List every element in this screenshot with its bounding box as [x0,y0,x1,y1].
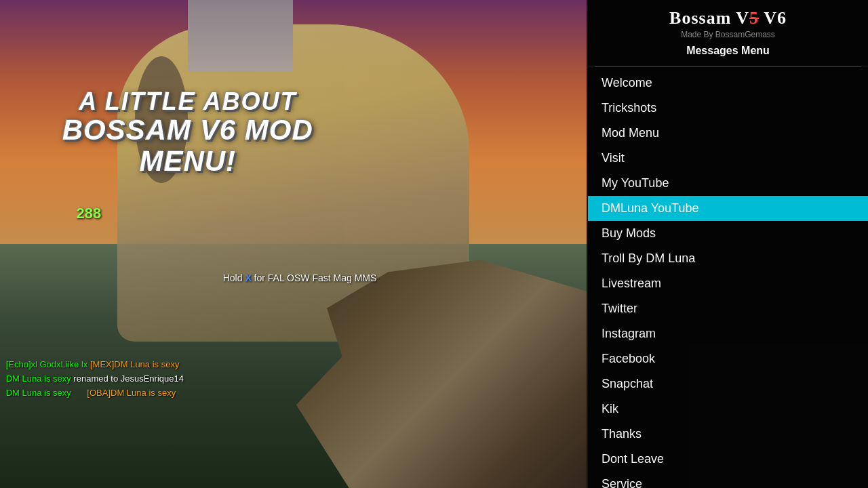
menu-item-visit[interactable]: Visit [588,146,868,171]
menu-subtitle: Made By BossamGemass [598,30,858,39]
title-bossam: Bossam V [669,8,749,28]
menu-item-dont-leave[interactable]: Dont Leave [588,447,868,472]
overlay-line1: A LITTLE ABOUT [18,88,358,115]
menu-item-twitter[interactable]: Twitter [588,296,868,321]
game-overlay-text: A LITTLE ABOUT BOSSAM V6 MOD MENU! [18,88,358,178]
menu-panel[interactable]: Bossam V5 V6 Made By BossamGemass Messag… [587,0,868,488]
overlay-line2: BOSSAM V6 MOD MENU! [18,115,358,177]
menu-item-mod-menu[interactable]: Mod Menu [588,121,868,146]
menu-item-buy-mods[interactable]: Buy Mods [588,221,868,246]
title-v6: V6 [759,8,787,28]
game-background: A LITTLE ABOUT BOSSAM V6 MOD MENU! 288 H… [0,0,587,488]
title-version: 5 [749,8,759,28]
menu-item-service[interactable]: Service [588,472,868,488]
chat-area: [Echo]xl GodxLiike lx [MEX]DM Luna is se… [6,358,184,400]
menu-item-facebook[interactable]: Facebook [588,346,868,371]
hud-hint: Hold X for FAL OSW Fast Mag MMS [223,272,377,283]
menu-item-snapchat[interactable]: Snapchat [588,371,868,396]
menu-item-kik[interactable]: Kik [588,396,868,422]
key-x: X [245,272,251,283]
menu-title: Bossam V5 V6 [598,8,858,28]
menu-item-my-youtube[interactable]: My YouTube [588,171,868,196]
hud-hint-text: for FAL OSW Fast Mag MMS [254,272,377,283]
weapon-area [264,220,587,488]
chat-line-1: [Echo]xl GodxLiike lx [MEX]DM Luna is se… [6,358,184,372]
menu-item-welcome[interactable]: Welcome [588,70,868,96]
menu-item-trickshots[interactable]: Trickshots [588,96,868,121]
score-display: 288 [76,205,101,222]
menu-section-title: Messages Menu [598,45,858,57]
menu-item-dmluna-youtube[interactable]: DMLuna YouTube [588,196,868,221]
menu-header: Bossam V5 V6 Made By BossamGemass Messag… [588,0,868,66]
menu-item-livestream[interactable]: Livestream [588,271,868,296]
menu-items-list: WelcomeTrickshotsMod MenuVisitMy YouTube… [588,67,868,488]
menu-item-instagram[interactable]: Instagram [588,321,868,346]
chat-line-3: DM Luna is sexy [OBA]DM Luna is sexy [6,386,184,401]
menu-item-troll-by-dm-luna[interactable]: Troll By DM Luna [588,246,868,271]
weapon-shape [296,260,587,488]
menu-item-thanks[interactable]: Thanks [588,422,868,447]
chat-line-2: DM Luna is sexy renamed to JesusEnrique1… [6,372,184,386]
